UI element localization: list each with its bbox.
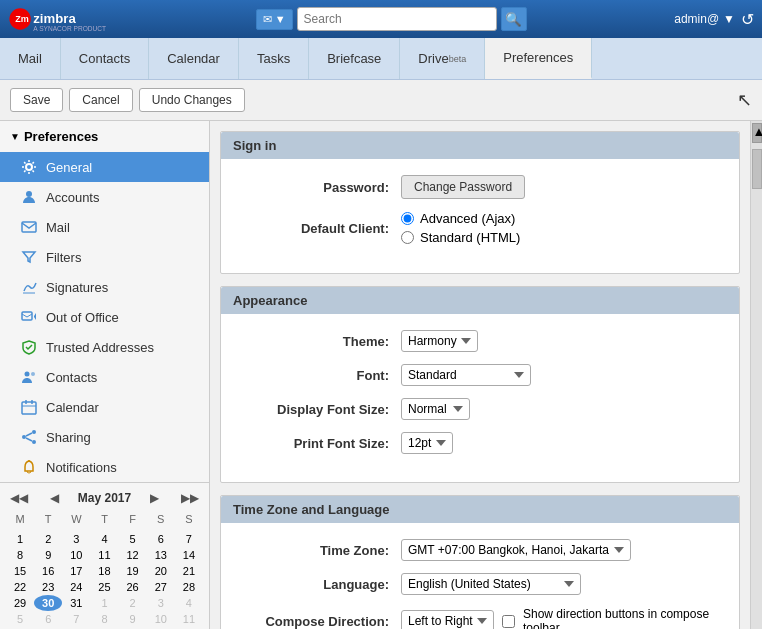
cal-day[interactable]: 3 (62, 531, 90, 547)
calendar-prev-button[interactable]: ◀ (46, 489, 63, 507)
appearance-header: Appearance (221, 287, 739, 314)
radio-advanced[interactable]: Advanced (Ajax) (401, 211, 719, 226)
nav-item-mail[interactable]: Mail (0, 38, 61, 79)
cal-day[interactable]: 16 (34, 563, 62, 579)
sidebar-item-out-of-office[interactable]: Out of Office (0, 302, 209, 332)
sign-in-body: Password: Change Password Default Client… (221, 159, 739, 273)
cal-day[interactable]: 10 (62, 547, 90, 563)
cancel-button[interactable]: Cancel (69, 88, 132, 112)
cal-day[interactable]: 4 (90, 531, 118, 547)
nav-item-calendar[interactable]: Calendar (149, 38, 239, 79)
cal-day[interactable]: 29 (6, 595, 34, 611)
sidebar-item-signatures[interactable]: Signatures (0, 272, 209, 302)
radio-advanced-input[interactable] (401, 212, 414, 225)
cal-day[interactable]: 3 (147, 595, 175, 611)
cal-day[interactable]: 12 (119, 547, 147, 563)
display-font-size-label: Display Font Size: (241, 402, 401, 417)
cal-day[interactable]: 25 (90, 579, 118, 595)
sidebar-item-notifications[interactable]: Notifications (0, 452, 209, 482)
cal-day[interactable]: 10 (147, 611, 175, 627)
user-dropdown-arrow[interactable]: ▼ (723, 12, 735, 26)
display-font-size-select[interactable]: Normal Large Largest (401, 398, 470, 420)
password-control: Change Password (401, 175, 719, 199)
svg-point-16 (22, 435, 26, 439)
cal-day[interactable]: 1 (6, 531, 34, 547)
calendar-month-year: May 2017 (78, 491, 131, 505)
nav-item-drive[interactable]: Drivebeta (400, 38, 485, 79)
radio-standard-input[interactable] (401, 231, 414, 244)
cal-day[interactable]: 14 (175, 547, 203, 563)
cal-day[interactable]: 7 (175, 531, 203, 547)
main-layout: ▼ Preferences General Accounts Mail (0, 121, 762, 629)
cal-day[interactable]: 20 (147, 563, 175, 579)
sidebar-item-general[interactable]: General (0, 152, 209, 182)
cal-day[interactable]: 5 (6, 611, 34, 627)
sidebar-item-sharing[interactable]: Sharing (0, 422, 209, 452)
cal-day[interactable]: 9 (34, 547, 62, 563)
cal-day[interactable]: 6 (147, 531, 175, 547)
show-direction-label: Show direction buttons in compose toolba… (523, 607, 719, 629)
cal-day-header-f: F (119, 511, 147, 527)
font-select[interactable]: Standard Arial Times New Roman Courier (401, 364, 531, 386)
calendar-next-button[interactable]: ▶ (146, 489, 163, 507)
cal-day[interactable]: 23 (34, 579, 62, 595)
language-select[interactable]: English (United States) English (United … (401, 573, 581, 595)
sidebar-item-trusted-addresses[interactable]: Trusted Addresses (0, 332, 209, 362)
cal-day[interactable]: 2 (119, 595, 147, 611)
cal-day[interactable]: 28 (175, 579, 203, 595)
cal-day[interactable]: 21 (175, 563, 203, 579)
cal-day[interactable]: 7 (62, 611, 90, 627)
sidebar-item-calendar[interactable]: Calendar (0, 392, 209, 422)
cal-day[interactable]: 8 (6, 547, 34, 563)
cal-day[interactable]: 15 (6, 563, 34, 579)
radio-standard[interactable]: Standard (HTML) (401, 230, 719, 245)
sidebar-item-sharing-label: Sharing (46, 430, 91, 445)
cal-day[interactable]: 9 (119, 611, 147, 627)
cal-day[interactable]: 27 (147, 579, 175, 595)
cal-day[interactable]: 13 (147, 547, 175, 563)
cal-day[interactable]: 18 (90, 563, 118, 579)
right-scrollbar[interactable]: ▲ (750, 121, 762, 629)
cal-day[interactable]: 5 (119, 531, 147, 547)
calendar-next-next-button[interactable]: ▶▶ (177, 489, 203, 507)
sidebar-item-filters[interactable]: Filters (0, 242, 209, 272)
nav-item-tasks[interactable]: Tasks (239, 38, 309, 79)
search-area: ✉ ▼ 🔍 (114, 7, 668, 31)
cal-day[interactable]: 22 (6, 579, 34, 595)
sidebar-item-accounts[interactable]: Accounts (0, 182, 209, 212)
refresh-button[interactable]: ↺ (741, 10, 754, 29)
cal-day[interactable]: 11 (90, 547, 118, 563)
compose-direction-select[interactable]: Left to Right Right to Left (401, 610, 494, 629)
cal-day[interactable]: 17 (62, 563, 90, 579)
search-type-button[interactable]: ✉ ▼ (256, 9, 293, 30)
sidebar-item-contacts[interactable]: Contacts (0, 362, 209, 392)
timezone-select[interactable]: GMT +07:00 Bangkok, Hanoi, Jakarta GMT +… (401, 539, 631, 561)
cal-day[interactable]: 19 (119, 563, 147, 579)
show-direction-checkbox[interactable] (502, 615, 515, 628)
search-button[interactable]: 🔍 (501, 7, 527, 31)
save-button[interactable]: Save (10, 88, 63, 112)
cal-day[interactable]: 1 (90, 595, 118, 611)
search-input[interactable] (297, 7, 497, 31)
compose-direction-label: Compose Direction: (241, 614, 401, 629)
cal-day[interactable]: 30 (34, 595, 62, 611)
cal-day[interactable]: 26 (119, 579, 147, 595)
sidebar-header[interactable]: ▼ Preferences (0, 121, 209, 152)
nav-item-contacts[interactable]: Contacts (61, 38, 149, 79)
cal-day[interactable]: 4 (175, 595, 203, 611)
cal-day[interactable]: 24 (62, 579, 90, 595)
cal-day[interactable]: 8 (90, 611, 118, 627)
undo-changes-button[interactable]: Undo Changes (139, 88, 245, 112)
print-font-size-select[interactable]: 8pt 10pt 12pt 14pt (401, 432, 453, 454)
nav-item-preferences[interactable]: Preferences (485, 38, 592, 79)
theme-select[interactable]: Harmony Carbon Opal Sand Sky (401, 330, 478, 352)
sign-in-section: Sign in Password: Change Password Defaul… (220, 131, 740, 274)
change-password-button[interactable]: Change Password (401, 175, 525, 199)
cal-day[interactable]: 11 (175, 611, 203, 627)
cal-day[interactable]: 2 (34, 531, 62, 547)
calendar-prev-prev-button[interactable]: ◀◀ (6, 489, 32, 507)
cal-day[interactable]: 6 (34, 611, 62, 627)
nav-item-briefcase[interactable]: Briefcase (309, 38, 400, 79)
sidebar-item-mail[interactable]: Mail (0, 212, 209, 242)
cal-day[interactable]: 31 (62, 595, 90, 611)
